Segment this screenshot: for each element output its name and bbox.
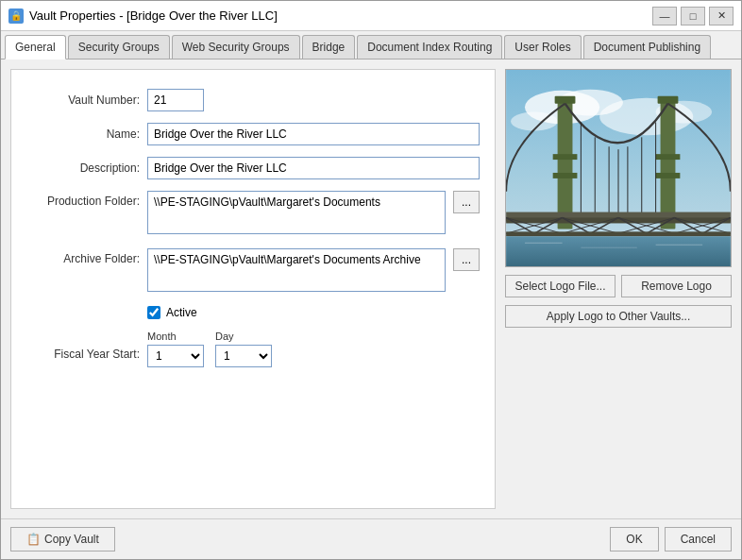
maximize-button[interactable]: □	[681, 7, 705, 25]
archive-folder-label: Archive Folder:	[26, 248, 140, 265]
tab-bridge[interactable]: Bridge	[302, 35, 356, 59]
archive-folder-row: Archive Folder: \\PE-STAGING\pVault\Marg…	[26, 248, 480, 295]
fiscal-year-label: Fiscal Year Start:	[26, 331, 140, 361]
vault-number-row: Vault Number:	[26, 89, 480, 111]
vault-number-label: Vault Number:	[26, 93, 140, 107]
production-folder-wrap: \\PE-STAGING\pVault\Margaret's Documents	[147, 191, 446, 237]
day-sub-label: Day	[215, 331, 272, 342]
main-panel: Vault Number: Name: Description: Product…	[10, 69, 732, 509]
app-icon: 🔒	[8, 8, 24, 24]
tab-security-groups[interactable]: Security Groups	[68, 35, 170, 59]
tab-user-roles[interactable]: User Roles	[504, 35, 581, 59]
tab-bar: General Security Groups Web Security Gro…	[1, 31, 741, 59]
svg-rect-10	[661, 98, 676, 229]
select-logo-button[interactable]: Select Logo File...	[505, 275, 616, 297]
svg-rect-9	[553, 173, 578, 178]
title-controls: — □ ✕	[652, 7, 734, 25]
fiscal-year-row: Fiscal Year Start: Month 1 2 3 4 5 6	[26, 331, 480, 367]
title-bar: 🔒 Vault Properties - [Bridge Over the Ri…	[1, 1, 741, 31]
month-field: Month 1 2 3 4 5 6 7 8 9 1	[147, 331, 204, 367]
month-select[interactable]: 1 2 3 4 5 6 7 8 9 10 11	[147, 345, 204, 367]
production-folder-row: Production Folder: \\PE-STAGING\pVault\M…	[26, 191, 480, 237]
tab-general[interactable]: General	[5, 35, 66, 59]
logo-buttons: Select Logo File... Remove Logo	[505, 275, 732, 297]
svg-rect-31	[506, 231, 731, 236]
form-panel: Vault Number: Name: Description: Product…	[10, 69, 496, 509]
svg-rect-12	[656, 154, 681, 160]
archive-folder-browse-button[interactable]: ...	[453, 248, 480, 271]
active-row: Active	[147, 306, 480, 319]
svg-rect-8	[553, 154, 578, 160]
window-title: Vault Properties - [Bridge Over the Rive…	[29, 8, 278, 23]
production-folder-input[interactable]: \\PE-STAGING\pVault\Margaret's Documents	[147, 191, 446, 234]
main-window: 🔒 Vault Properties - [Bridge Over the Ri…	[0, 0, 742, 560]
bottom-right: OK Cancel	[610, 527, 732, 552]
production-folder-label: Production Folder:	[26, 191, 140, 208]
content-area: Vault Number: Name: Description: Product…	[1, 59, 741, 518]
svg-rect-7	[555, 96, 576, 104]
apply-logo-button[interactable]: Apply Logo to Other Vaults...	[505, 305, 732, 328]
minimize-button[interactable]: —	[652, 7, 677, 25]
fiscal-fields: Month 1 2 3 4 5 6 7 8 9 1	[147, 331, 272, 367]
day-field: Day 1 2 3 4 5	[215, 331, 272, 367]
description-input[interactable]	[147, 157, 480, 179]
svg-rect-13	[656, 173, 681, 178]
logo-panel: Select Logo File... Remove Logo Apply Lo…	[505, 69, 732, 509]
copy-vault-button[interactable]: 📋 Copy Vault	[10, 527, 115, 552]
name-label: Name:	[26, 127, 140, 141]
copy-vault-label: Copy Vault	[44, 533, 99, 546]
day-select[interactable]: 1 2 3 4 5	[215, 345, 272, 367]
svg-rect-32	[506, 236, 731, 266]
bottom-bar: 📋 Copy Vault OK Cancel	[1, 518, 741, 559]
active-label[interactable]: Active	[166, 306, 197, 319]
tab-document-publishing[interactable]: Document Publishing	[583, 35, 711, 59]
description-label: Description:	[26, 161, 140, 175]
name-row: Name:	[26, 123, 480, 145]
production-folder-browse-button[interactable]: ...	[453, 191, 480, 213]
cancel-button[interactable]: Cancel	[665, 527, 732, 552]
name-input[interactable]	[147, 123, 480, 145]
svg-rect-11	[658, 96, 679, 104]
vault-number-input[interactable]	[147, 89, 204, 111]
description-row: Description:	[26, 157, 480, 179]
bridge-image	[506, 70, 731, 266]
svg-rect-6	[558, 98, 573, 229]
tab-web-security-groups[interactable]: Web Security Groups	[172, 35, 300, 59]
remove-logo-button[interactable]: Remove Logo	[621, 275, 732, 297]
close-button[interactable]: ✕	[709, 7, 734, 25]
title-bar-left: 🔒 Vault Properties - [Bridge Over the Ri…	[8, 8, 278, 24]
ok-button[interactable]: OK	[610, 527, 658, 552]
archive-folder-input[interactable]: \\PE-STAGING\pVault\Margaret's Documents…	[147, 248, 446, 292]
active-checkbox[interactable]	[147, 306, 160, 319]
tab-document-index-routing[interactable]: Document Index Routing	[357, 35, 502, 59]
month-sub-label: Month	[147, 331, 204, 342]
bottom-left: 📋 Copy Vault	[10, 527, 115, 552]
archive-folder-wrap: \\PE-STAGING\pVault\Margaret's Documents…	[147, 248, 446, 295]
copy-icon: 📋	[26, 533, 41, 546]
svg-rect-22	[506, 217, 731, 223]
logo-image-container	[505, 69, 732, 267]
